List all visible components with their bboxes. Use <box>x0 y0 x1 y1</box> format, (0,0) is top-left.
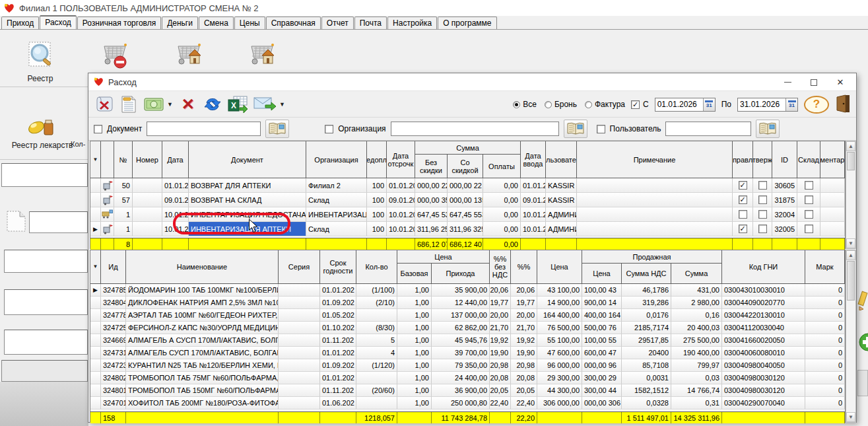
cell-mark[interactable]: 0 <box>805 309 845 322</box>
cell-user[interactable]: KASSIR <box>546 178 577 193</box>
cell-p_summa[interactable]: 0,03 <box>671 372 722 384</box>
cell-p_summa[interactable]: 190 400,00 <box>671 347 722 359</box>
cell-pct[interactable]: 21,70 <box>511 322 537 334</box>
date-to-value[interactable]: 31.01.2026 <box>738 100 785 109</box>
cell-seria[interactable] <box>279 309 320 322</box>
cell-prihoda[interactable]: 45 945,76 <box>432 334 490 347</box>
column-header-kod[interactable]: Код ГНИ <box>722 250 805 283</box>
column-header-num[interactable]: № <box>114 141 133 178</box>
cell-p_nds[interactable]: 85,7108 <box>622 359 671 372</box>
scroll-up-icon[interactable]: ▲ <box>846 250 855 260</box>
table-row[interactable]: 110.01.2ИНВЕНТАРИЗАЦИЯ НЕДОСТАЧАИНВЕНТАР… <box>90 207 845 222</box>
cell-name[interactable]: АЛМАГЕЛЬ А СУСП 170МЛ/АКТАВИС, БОЛГА <box>126 334 279 347</box>
column-header-prihoda[interactable]: Прихода <box>432 264 490 283</box>
cell-user[interactable]: АДМИНИ <box>546 207 577 222</box>
filter-user-checkbox[interactable] <box>597 125 605 133</box>
cell-org[interactable]: Склад <box>306 193 367 207</box>
column-header-pct[interactable]: %% <box>511 250 537 283</box>
cell-cena[interactable]: 55 100,00 <box>537 334 582 347</box>
lookup-book-icon[interactable] <box>265 120 289 138</box>
cell-prihoda[interactable]: 137 000,00 <box>432 309 490 322</box>
cell-pct[interactable]: 20,05 <box>511 384 537 397</box>
scope-radio-1[interactable]: Бронь <box>545 100 577 109</box>
cell-bez[interactable]: 22 000,00 <box>415 178 448 193</box>
tab-6[interactable]: Справочная <box>266 17 321 29</box>
table-row[interactable]: 324804ДИКЛОФЕНАК НАТРИЯ АМП 2,5% 3МЛ №10… <box>90 297 845 309</box>
cell-mark[interactable]: 0 <box>805 372 845 384</box>
cell-pct_bez[interactable]: 20,08 <box>490 372 511 384</box>
cell-date[interactable]: 01.01.2 <box>162 178 189 193</box>
document-list-icon[interactable] <box>119 94 138 115</box>
cell-kod[interactable]: 030044090020770 <box>722 297 805 309</box>
cell-name[interactable]: ЙОДОМАРИН 100 ТАБ 100МКГ №100/БЕРЛИ <box>126 284 279 297</box>
cell-oplaty[interactable]: 0,00 <box>483 222 521 236</box>
with-checkbox-box[interactable]: ✓ <box>631 100 640 109</box>
column-header-date_otsr[interactable]: Дата отсрочк <box>387 141 415 178</box>
cell-p_nds[interactable]: 0,0176 <box>622 309 671 322</box>
cell-bazovaya[interactable]: 1,00 <box>397 284 432 297</box>
cell-srok[interactable]: 01.09.202 <box>320 297 356 309</box>
cell-name[interactable]: ДИКЛОФЕНАК НАТРИЯ АМП 2,5% 3МЛ №10 <box>126 297 279 309</box>
maximize-button[interactable] <box>801 75 827 90</box>
table-row[interactable]: ▶110.01.2ИНВЕНТАРИЗАЦИЯ АПТЕКИСклад10010… <box>90 222 845 236</box>
table-row[interactable]: 324801ТРОМБОПОЛ ТАБ 150МГ №60/ПОЛЬФАРМА0… <box>90 384 845 397</box>
toolbar-item-registry[interactable]: Реестр <box>17 40 63 83</box>
tab-3[interactable]: Деньги <box>162 17 198 29</box>
cell-pct_bez[interactable]: 19,92 <box>490 334 511 347</box>
cell-nomer[interactable] <box>133 207 162 222</box>
column-header-cena[interactable]: Цена <box>537 250 582 283</box>
cell-kod[interactable]: 030041120030040 <box>722 322 805 334</box>
table-row[interactable]: ▶324785ЙОДОМАРИН 100 ТАБ 100МКГ №100/БЕР… <box>90 284 845 297</box>
cell-pct[interactable]: 19,92 <box>511 334 537 347</box>
column-header-so[interactable]: Со скидкой <box>448 155 483 178</box>
cell-bazovaya[interactable]: 1,00 <box>397 372 432 384</box>
cell-id[interactable]: 324778 <box>101 309 126 322</box>
money-icon[interactable] <box>144 94 164 115</box>
cell-p_summa[interactable]: 799,97 <box>671 359 722 372</box>
cell-kolvo[interactable] <box>356 397 397 409</box>
cell-date_vvoda[interactable]: 10.01.20 <box>521 207 546 222</box>
cell-kolvo[interactable]: 5 <box>356 334 397 347</box>
tab-1[interactable]: Расход <box>40 15 77 29</box>
column-header-id[interactable]: ID <box>772 141 797 178</box>
cell-id[interactable]: 32004 <box>772 207 797 222</box>
lookup-book-icon[interactable] <box>564 120 587 138</box>
cell-p_nds[interactable]: 20400 <box>622 347 671 359</box>
cell-p_summa[interactable]: 431,00 <box>671 284 722 297</box>
cell-p_cena[interactable]: 76 500,00 <box>582 322 622 334</box>
cell-cena[interactable]: 44 300,00 <box>537 384 582 397</box>
grid-corner[interactable]: ▼ <box>90 141 101 178</box>
cell-num[interactable]: 57 <box>114 193 133 207</box>
cell-id[interactable]: 324804 <box>101 297 126 309</box>
cell-id[interactable]: 324802 <box>101 372 126 384</box>
cell-p_summa[interactable]: 0,31 <box>671 397 722 409</box>
cell-p_cena[interactable]: 55 100,00 <box>582 334 622 347</box>
table-row[interactable]: 324778АЭРТАЛ ТАБ 100МГ №60/ГЕДЕОН РИХТЕР… <box>90 309 845 322</box>
cell-id[interactable]: 324669 <box>101 334 126 347</box>
scope-radio-0[interactable]: Все <box>513 100 537 109</box>
cell-cena[interactable]: 14 900,00 <box>537 297 582 309</box>
cell-bazovaya[interactable]: 1,00 <box>397 359 432 372</box>
cell-seria[interactable] <box>279 322 320 334</box>
cell-kolvo[interactable] <box>356 309 397 322</box>
cell-nomer[interactable] <box>133 178 162 193</box>
date-to-field[interactable]: 31.01.2026 31 <box>737 98 798 112</box>
cell-date[interactable]: 09.01.2 <box>162 193 189 207</box>
column-header-pravl[interactable]: правл <box>733 141 753 178</box>
cell-srok[interactable]: 01.05.202 <box>320 309 356 322</box>
filter-user-input[interactable] <box>665 122 751 136</box>
tab-4[interactable]: Смена <box>199 17 234 29</box>
filter-document-input[interactable] <box>147 122 261 136</box>
cell-id[interactable]: 324731 <box>101 347 126 359</box>
cell-srok[interactable]: 01.01.202 <box>320 347 356 359</box>
cell-name[interactable]: КУРАНТИЛ N25 ТАБ №120/БЕРЛИН ХЕМИ, Г <box>126 359 279 372</box>
column-header-name[interactable]: Наименование <box>126 250 279 283</box>
checkbox-sklad[interactable] <box>805 195 813 204</box>
cell-id[interactable]: 31875 <box>772 193 797 207</box>
background-field[interactable] <box>4 289 88 315</box>
cell-seria[interactable] <box>279 359 320 372</box>
column-header-note[interactable]: Примечание <box>577 141 733 178</box>
cell-p_nds[interactable]: 29517,85 <box>622 334 671 347</box>
cell-p_nds[interactable]: 0,0031 <box>622 372 671 384</box>
cell-id[interactable]: 32005 <box>772 222 797 236</box>
